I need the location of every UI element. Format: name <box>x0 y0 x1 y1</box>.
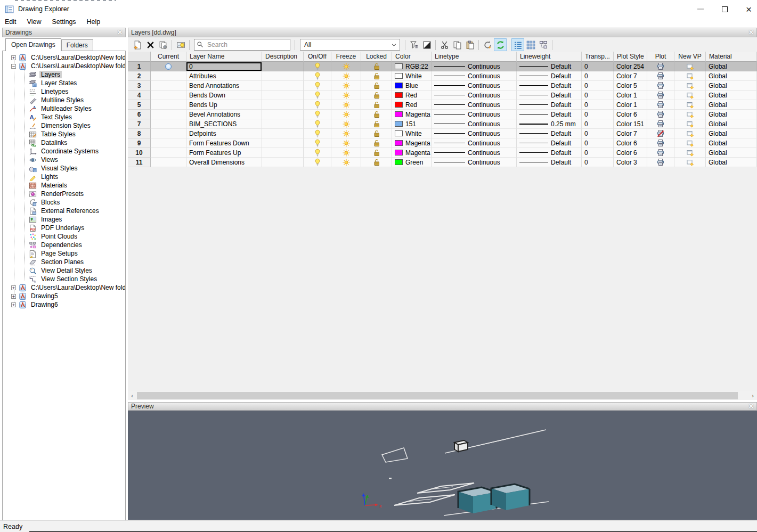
cell-current[interactable] <box>151 110 186 119</box>
cell-description[interactable] <box>262 119 304 129</box>
tree-item-blocks[interactable]: Blocks <box>3 198 125 207</box>
tree-item-c-users-laura-desktop-new-folde[interactable]: +C:\Users\Laura\Desktop\New folde <box>3 283 125 292</box>
tree-item-linetypes[interactable]: Linetypes <box>3 87 125 96</box>
cell-lineweight[interactable]: Default <box>517 129 582 138</box>
cell-freeze[interactable] <box>331 81 361 91</box>
cell-freeze[interactable] <box>331 62 361 71</box>
cell-locked[interactable] <box>361 81 392 91</box>
cell-layer-name[interactable]: Bends Down <box>186 91 262 100</box>
color-swatch[interactable] <box>395 111 403 117</box>
column-header-row-number[interactable] <box>128 52 151 62</box>
cell-current[interactable] <box>151 62 186 71</box>
cell-color[interactable]: Magenta <box>392 148 432 158</box>
tree-item-pdf-underlays[interactable]: PDF Underlays <box>3 224 125 232</box>
tab-open-drawings[interactable]: Open Drawings <box>5 38 61 51</box>
cell-color[interactable]: White <box>392 129 432 138</box>
expander-plus-icon[interactable]: + <box>11 285 16 290</box>
layer-filter-dropdown[interactable]: All <box>300 39 400 51</box>
copy-button[interactable] <box>451 38 463 51</box>
cell-plot[interactable] <box>647 158 674 167</box>
cell-plot[interactable] <box>647 129 674 138</box>
cell-description[interactable] <box>262 129 304 138</box>
cell-new-vp[interactable] <box>674 110 706 119</box>
menu-view[interactable]: View <box>22 17 47 27</box>
tab-folders[interactable]: Folders <box>61 39 93 51</box>
cell-locked[interactable] <box>361 138 392 148</box>
cell-lineweight[interactable]: Default <box>517 148 582 158</box>
cell-material[interactable]: Global <box>706 62 757 71</box>
layer-preview-button[interactable] <box>174 38 187 51</box>
layers-panel-close-icon[interactable]: ✕ <box>748 29 754 36</box>
tree-item-visual-styles[interactable]: Visual Styles <box>3 164 125 173</box>
cell-freeze[interactable] <box>331 91 361 100</box>
tree-item-coordinate-systems[interactable]: Coordinate Systems <box>3 147 125 155</box>
color-swatch[interactable] <box>395 63 403 69</box>
cell-transparency[interactable]: 0 <box>582 62 614 71</box>
cell-color[interactable]: Magenta <box>392 138 432 148</box>
column-header-transp[interactable]: Transp... <box>582 52 614 62</box>
cell-current[interactable] <box>151 91 186 100</box>
cell-current[interactable] <box>151 158 186 167</box>
tree-item-view-section-styles[interactable]: View Section Styles <box>3 275 125 283</box>
column-header-freeze[interactable]: Freeze <box>331 52 361 62</box>
cell-lineweight[interactable]: Default <box>517 71 582 81</box>
delete-layer-button[interactable] <box>144 38 157 51</box>
cell-layer-name[interactable]: Form Features Up <box>186 148 262 158</box>
column-header-new-vp[interactable]: New VP <box>674 52 706 62</box>
cell-material[interactable]: Global <box>706 119 757 129</box>
cell-color[interactable]: 151 <box>392 119 432 129</box>
cell-plot[interactable] <box>647 81 674 91</box>
cell-current[interactable] <box>151 138 186 148</box>
cell-material[interactable]: Global <box>706 148 757 158</box>
cell-linetype[interactable]: Continuous <box>432 129 517 138</box>
filter-button[interactable] <box>408 38 420 51</box>
cell-layer-name[interactable]: BIM_SECTIONS <box>186 119 262 129</box>
layer-name-editor[interactable]: 0 <box>186 62 262 71</box>
cell-linetype[interactable]: Continuous <box>432 100 517 110</box>
color-swatch[interactable] <box>395 130 403 136</box>
column-header-current[interactable]: Current <box>151 52 186 62</box>
cell-transparency[interactable]: 0 <box>582 138 614 148</box>
tree-item-section-planes[interactable]: Section Planes <box>3 258 125 266</box>
cell-freeze[interactable] <box>331 129 361 138</box>
cell-layer-name[interactable]: 0 <box>186 62 262 71</box>
cell-current[interactable] <box>151 148 186 158</box>
cell-plot[interactable] <box>647 119 674 129</box>
cell-linetype[interactable]: Continuous <box>432 148 517 158</box>
cell-lineweight[interactable]: Default <box>517 158 582 167</box>
cell-current[interactable] <box>151 71 186 81</box>
cell-material[interactable]: Global <box>706 158 757 167</box>
cell-transparency[interactable]: 0 <box>582 158 614 167</box>
cell-description[interactable] <box>262 100 304 110</box>
cell-new-vp[interactable] <box>674 158 706 167</box>
expander-plus-icon[interactable]: + <box>11 294 16 299</box>
cell-description[interactable] <box>262 148 304 158</box>
cell-material[interactable]: Global <box>706 91 757 100</box>
cell-material[interactable]: Global <box>706 81 757 91</box>
tree-item-dependencies[interactable]: Dependencies <box>3 241 125 249</box>
cell-locked[interactable] <box>361 62 392 71</box>
cell-new-vp[interactable] <box>674 129 706 138</box>
invert-filter-button[interactable] <box>420 38 433 51</box>
cell-freeze[interactable] <box>331 100 361 110</box>
tree-item-materials[interactable]: Materials <box>3 181 125 190</box>
cut-button[interactable] <box>438 38 451 51</box>
tree-item-text-styles[interactable]: Text Styles <box>3 113 125 121</box>
tree-item-page-setups[interactable]: Page Setups <box>3 249 125 258</box>
cell-current[interactable] <box>151 81 186 91</box>
cell-plot-style[interactable]: Color 5 <box>614 81 647 91</box>
cell-plot[interactable] <box>647 138 674 148</box>
regen-button[interactable] <box>481 38 494 51</box>
color-swatch[interactable] <box>395 83 403 88</box>
color-swatch[interactable] <box>395 92 403 98</box>
tree-item-c-users-laura-desktop-new-folde[interactable]: +C:\Users\Laura\Desktop\New folde <box>3 53 125 62</box>
new-layer-button[interactable] <box>131 38 144 51</box>
column-header-lineweight[interactable]: Lineweight <box>517 52 582 62</box>
menu-settings[interactable]: Settings <box>46 17 81 27</box>
column-header-on-off[interactable]: On/Off <box>304 52 331 62</box>
cell-freeze[interactable] <box>331 119 361 129</box>
cell-description[interactable] <box>262 81 304 91</box>
cell-locked[interactable] <box>361 100 392 110</box>
tree-item-views[interactable]: Views <box>3 155 125 164</box>
cell-transparency[interactable]: 0 <box>582 71 614 81</box>
